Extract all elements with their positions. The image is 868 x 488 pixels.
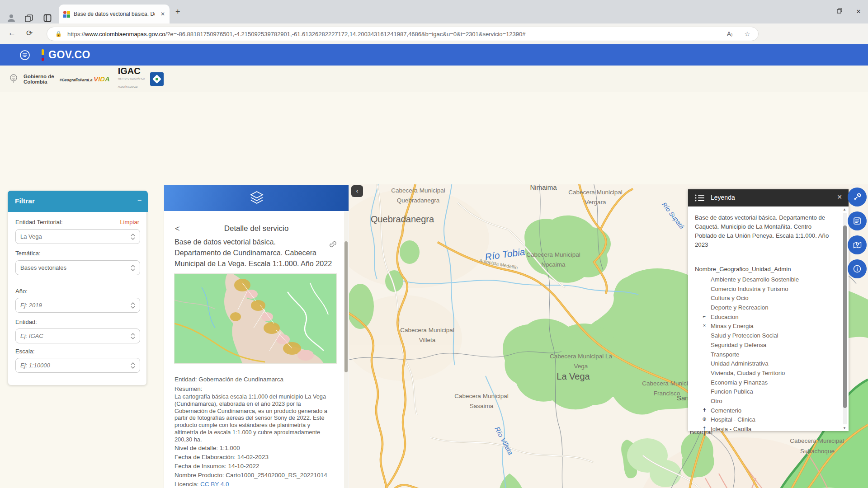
legend-item[interactable]: Transporte	[688, 350, 842, 360]
legend-header[interactable]: Leyenda ✕	[688, 189, 849, 206]
favorite-star-icon[interactable]: ☆	[744, 30, 750, 38]
map-label: Cabecera Municipal	[790, 437, 844, 444]
new-tab-button[interactable]: +	[175, 7, 180, 17]
records-button[interactable]	[848, 211, 867, 230]
legend-item[interactable]: Seguridad y Defensa	[688, 341, 842, 350]
legend-item-label: Cementerio	[711, 407, 741, 414]
govco-coat-icon	[18, 48, 32, 62]
select-entidad[interactable]: Ej: IGAC	[15, 328, 140, 343]
field-label-entidad: Entidad:	[15, 319, 37, 325]
legend-item[interactable]: Vivienda, Ciudad y Territorio	[688, 369, 842, 378]
govco-brand[interactable]: GOV.CO	[48, 49, 90, 61]
select-ano[interactable]: Ej: 2019	[15, 298, 140, 313]
select-escala[interactable]: Ej: 1:10000	[15, 358, 140, 373]
geografia-logo: #GeografíaParaLa VIDA	[60, 75, 113, 83]
legend-item[interactable]: ⊕Hospital - Clinica	[688, 415, 842, 425]
stepper-icon	[131, 361, 135, 370]
url-host: www.colombiaenmapas.gov.co	[85, 31, 165, 38]
legend-item[interactable]: ✝Cementerio	[688, 406, 842, 416]
legend-item-label: Educacion	[711, 314, 739, 320]
refresh-button[interactable]: ⟳	[26, 28, 33, 38]
page-background: Cabecera MunicipalQuebradanegraQuebradan…	[0, 92, 868, 488]
map-label: Cabecera Municipal	[400, 327, 454, 333]
legend-item[interactable]: Cultura y Ocio	[688, 294, 842, 303]
legend-title: Leyenda	[711, 194, 735, 201]
map-label: Vergara	[585, 199, 606, 206]
clear-filters-link[interactable]: Limpiar	[120, 219, 139, 225]
resumen-label: Resumen:	[175, 385, 203, 392]
detail-scrollbar[interactable]	[344, 211, 348, 488]
filter-panel-header[interactable]: Filtrar−	[8, 191, 148, 212]
select-entidad-territorial[interactable]: La Vega	[15, 229, 140, 244]
browser-tab-strip: Base de datos vectorial básica. De ✕ + —…	[0, 0, 868, 23]
flag-stripe	[42, 49, 44, 61]
legend-item[interactable]: Otro	[688, 397, 842, 406]
legend-items: Ambiente y Desarrollo SostenibleComercio…	[688, 275, 842, 431]
legend-item[interactable]: †Iglesia - Capilla	[688, 425, 842, 431]
read-aloud-icon[interactable]: A₎	[727, 30, 733, 38]
map-label: Quebradanegra	[397, 197, 440, 204]
legend-item-label: Iglesia - Capilla	[711, 426, 751, 431]
panel-collapse-button[interactable]: ‹	[351, 185, 363, 197]
legend-item-label: Funcion Publica	[711, 388, 753, 395]
back-button[interactable]: ←	[8, 28, 16, 38]
map-label: Villeta	[419, 337, 436, 343]
tab-title: Base de datos vectorial básica. De	[74, 11, 155, 17]
info-button[interactable]	[848, 259, 867, 278]
legend-scrollbar[interactable]: ▲▼	[842, 207, 848, 430]
browser-tab[interactable]: Base de datos vectorial básica. De ✕	[59, 5, 170, 23]
legend-item-label: Salud y Proteccion Social	[711, 332, 778, 339]
window-restore[interactable]	[830, 8, 849, 15]
address-bar[interactable]: 🔒 https://www.colombiaenmapas.gov.co/?e=…	[47, 27, 759, 41]
tab-close-icon[interactable]: ✕	[160, 11, 165, 17]
map-label: Francisco	[654, 390, 680, 397]
profile-icon[interactable]	[6, 13, 16, 23]
legend-item[interactable]: Economia y Finanzas	[688, 378, 842, 388]
field-label-entidad-territorial: Entidad Territorial:	[15, 219, 63, 225]
flag-icon: ⌐	[701, 314, 708, 319]
window-minimize[interactable]: —	[811, 8, 830, 15]
legend-item[interactable]: Comercio Industria y Turismo	[688, 285, 842, 294]
fecha-elaboracion-row: Fecha de Elaboración: 14-02-2023	[175, 454, 269, 460]
field-label-tematica: Temática:	[15, 250, 41, 257]
map-label: Quebradanegra	[371, 214, 434, 224]
map-label: Subachoque	[800, 448, 835, 455]
workspaces-icon[interactable]	[43, 14, 52, 22]
legend-item[interactable]: Unidad Administrativa	[688, 359, 842, 369]
legend-close-icon[interactable]: ✕	[837, 193, 842, 201]
colombia-coat-icon	[9, 73, 18, 85]
map-label: Vega	[574, 363, 588, 370]
stepper-icon	[131, 332, 135, 340]
service-detail-panel: < Detalle del servicio Base de datos vec…	[164, 185, 349, 488]
map-label: Nocaima	[541, 261, 566, 268]
filter-title: Filtrar	[15, 197, 35, 205]
legend-item[interactable]: Funcion Publica	[688, 387, 842, 397]
legend-item-label: Unidad Administrativa	[711, 360, 769, 367]
collapse-minus-icon[interactable]: −	[137, 196, 142, 204]
nombre-producto-row: Nombre Producto: Carto1000_25402000_RS_2…	[175, 472, 327, 479]
legend-item[interactable]: ×Minas y Energia	[688, 322, 842, 331]
pick-icon: ×	[701, 323, 708, 328]
licencia-link[interactable]: CC BY 4.0	[200, 481, 229, 488]
legend-item[interactable]: Ambiente y Desarrollo Sostenible	[688, 275, 842, 285]
tools-button[interactable]	[848, 188, 867, 206]
igac-logo-text: IGACINSTITUTO GEOGRÁFICO AGUSTÍN CODAZZI	[118, 67, 145, 91]
filter-panel: Filtrar− Entidad Territorial: Limpiar La…	[8, 191, 147, 385]
service-title: Base de datos vectorial básica. Departam…	[175, 236, 340, 269]
legend-item[interactable]: ⌐Educacion	[688, 313, 842, 322]
select-tematica[interactable]: Bases vectoriales	[15, 260, 140, 275]
legend-item[interactable]: Deporte y Recreacion	[688, 303, 842, 313]
legend-item-label: Otro	[711, 398, 722, 404]
service-thumbnail	[174, 273, 337, 364]
window-close[interactable]: ✕	[849, 8, 868, 15]
tab-search-icon[interactable]	[24, 14, 33, 23]
field-label-ano: Año:	[15, 288, 28, 295]
map-location-button[interactable]	[848, 235, 867, 254]
legend-group-title: Nombre_Geografico_Unidad_Admin	[695, 266, 791, 272]
legend-item[interactable]: Salud y Proteccion Social	[688, 331, 842, 341]
map-label: Cabecera Municipal	[568, 189, 622, 196]
detail-heading: Detalle del servicio	[164, 224, 349, 233]
nivel-detalle-row: Nivel de detalle: 1:1.000	[175, 445, 240, 451]
layers-icon	[249, 191, 264, 206]
legend-item-label: Deporte y Recreacion	[711, 304, 769, 311]
